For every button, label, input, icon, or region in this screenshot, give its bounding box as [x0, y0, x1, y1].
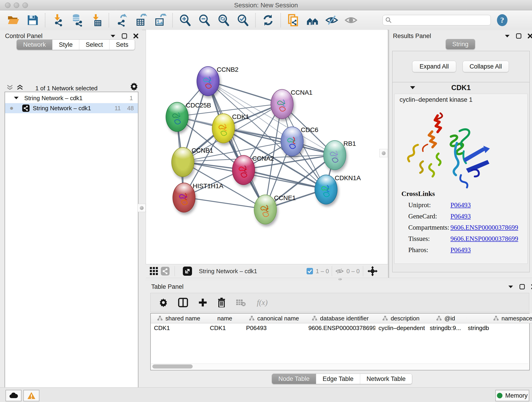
network-node-ccnb2[interactable] [196, 66, 220, 96]
network-node-cdc6[interactable] [281, 127, 304, 156]
first-neighbors-houses-icon[interactable] [306, 14, 319, 27]
import-network-file-icon[interactable] [51, 14, 64, 27]
tab-style[interactable]: Style [52, 40, 79, 50]
delete-table-icon[interactable] [236, 299, 246, 306]
delete-column-trash-icon[interactable] [217, 298, 226, 307]
table-hscrollbar-track[interactable] [151, 364, 528, 369]
network-edge[interactable] [243, 170, 326, 189]
export-network-icon[interactable] [115, 14, 128, 27]
import-network-database-icon[interactable] [70, 14, 83, 27]
zoom-fit-icon[interactable] [217, 14, 230, 27]
refresh-icon[interactable] [262, 14, 274, 27]
entry-gene-name[interactable]: CDK1 [393, 84, 530, 92]
network-edge[interactable] [208, 81, 265, 209]
tab-select[interactable]: Select [79, 40, 109, 50]
network-row-selected[interactable]: String Network – cdk1 11 48 [5, 103, 138, 113]
open-session-icon[interactable] [7, 14, 20, 27]
table-cell[interactable]: cyclin–dependent ... [375, 323, 427, 332]
table-hscrollbar-thumb[interactable] [152, 364, 193, 369]
network-options-gear-icon[interactable] [130, 82, 138, 92]
warnings-button[interactable] [23, 390, 39, 401]
birdseye-grid-icon[interactable] [150, 264, 158, 278]
table-cell[interactable]: P06493 [243, 323, 305, 332]
table-cell[interactable]: CDK1 [151, 323, 207, 332]
tab-string[interactable]: String [446, 39, 475, 49]
right-splitter-handle[interactable] [380, 149, 388, 157]
network-node-ccnb1[interactable] [171, 147, 194, 177]
panel-float-icon[interactable] [516, 33, 522, 39]
new-network-from-selection-icon[interactable] [287, 14, 300, 27]
export-image-icon[interactable] [153, 14, 166, 27]
column-header-namespace[interactable]: namespace [465, 313, 532, 323]
column-header-description[interactable]: description [375, 313, 427, 323]
column-header-shared-name[interactable]: shared name [151, 313, 207, 323]
network-node-hist1h1a[interactable] [172, 183, 196, 212]
save-session-icon[interactable] [26, 14, 39, 27]
column-header-canonical-name[interactable]: canonical name [243, 313, 305, 323]
tab-network[interactable]: Network [17, 40, 52, 50]
zoom-out-icon[interactable] [198, 14, 211, 27]
crosslink-value-link[interactable]: P06493 [450, 212, 471, 220]
collapse-all-button[interactable]: Collapse All [462, 61, 509, 72]
panel-menu-icon[interactable] [508, 284, 514, 290]
network-node-cdk1[interactable] [212, 114, 235, 143]
memory-button[interactable]: Memory [495, 390, 529, 401]
tab-edge-table[interactable]: Edge Table [316, 374, 360, 384]
show-columns-icon[interactable] [178, 298, 188, 307]
expand-all-button[interactable]: Expand All [412, 61, 456, 72]
table-cell[interactable]: stringdb [465, 323, 532, 332]
crosslink-value-link[interactable]: P06493 [450, 201, 471, 209]
pan-crosshair-icon[interactable] [367, 264, 378, 278]
hide-selected-eye-slash-icon[interactable] [325, 14, 338, 27]
panel-close-icon[interactable] [133, 33, 139, 39]
crosslink-value-link[interactable]: 9606.ENSP00000378699 [450, 235, 518, 242]
panel-float-icon[interactable] [519, 284, 525, 290]
export-table-icon[interactable] [134, 14, 147, 27]
zoom-selected-icon[interactable] [236, 14, 249, 27]
tab-network-table[interactable]: Network Table [360, 374, 412, 384]
network-node-cdkn1a[interactable] [315, 175, 337, 204]
network-node-ccna2[interactable] [232, 155, 255, 185]
tab-sets[interactable]: Sets [109, 40, 135, 50]
table-cell[interactable]: stringdb:9... [427, 323, 465, 332]
column-header-name[interactable]: name [207, 313, 243, 323]
panel-close-icon[interactable] [531, 284, 532, 290]
tab-node-table[interactable]: Node Table [272, 374, 316, 384]
panel-close-icon[interactable] [527, 33, 532, 39]
table-settings-gear-icon[interactable] [159, 298, 168, 307]
cloud-status-button[interactable] [6, 390, 22, 401]
network-collection-row[interactable]: String Network – cdk1 1 [5, 93, 138, 103]
memory-status-dot [497, 393, 502, 398]
selected-checkbox-icon[interactable] [307, 264, 313, 278]
search-input[interactable] [394, 16, 487, 24]
network-canvas[interactable]: CCNB2CCNA1CDC25BCDK1CDC6RB1CCNB1CCNA2CDK… [146, 30, 387, 264]
crosslink-value-link[interactable]: 9606.ENSP00000378699 [450, 224, 518, 231]
network-share-icon[interactable] [161, 264, 170, 278]
search-box[interactable] [383, 15, 491, 26]
network-node-cdc25b[interactable] [166, 102, 189, 132]
panel-float-icon[interactable] [121, 33, 127, 39]
panel-menu-icon[interactable] [504, 33, 510, 39]
crosslink-row: Tissues:9606.ENSP00000378699 [401, 235, 518, 242]
table-cell[interactable]: 9606.ENSP00000378699 [305, 323, 375, 332]
panel-menu-icon[interactable] [110, 33, 116, 39]
network-edge[interactable] [184, 197, 265, 209]
show-all-eye-icon[interactable] [345, 14, 357, 27]
column-header-database-identifier[interactable]: database identifier [305, 313, 375, 323]
function-builder-fx[interactable]: f(x) [257, 298, 268, 307]
help-icon[interactable]: ? [496, 14, 509, 27]
open-in-window-icon[interactable] [183, 264, 192, 278]
crosslink-value-link[interactable]: P06493 [450, 246, 471, 254]
network-node-ccna1[interactable] [271, 89, 293, 119]
network-node-ccne1[interactable] [254, 195, 277, 224]
column-header--id[interactable]: @id [427, 313, 465, 323]
network-node-rb1[interactable] [323, 140, 346, 170]
table-cell[interactable]: CDK1 [207, 323, 243, 332]
import-table-file-icon[interactable] [90, 14, 103, 27]
network-tree: String Network – cdk1 1 String Network –… [5, 92, 138, 402]
zoom-in-icon[interactable] [179, 14, 191, 27]
node-table[interactable]: shared namenamecanonical namedatabase id… [150, 313, 530, 370]
tree-expander-icon[interactable] [14, 96, 19, 100]
left-splitter-handle[interactable] [138, 204, 146, 212]
add-column-icon[interactable] [198, 298, 207, 307]
